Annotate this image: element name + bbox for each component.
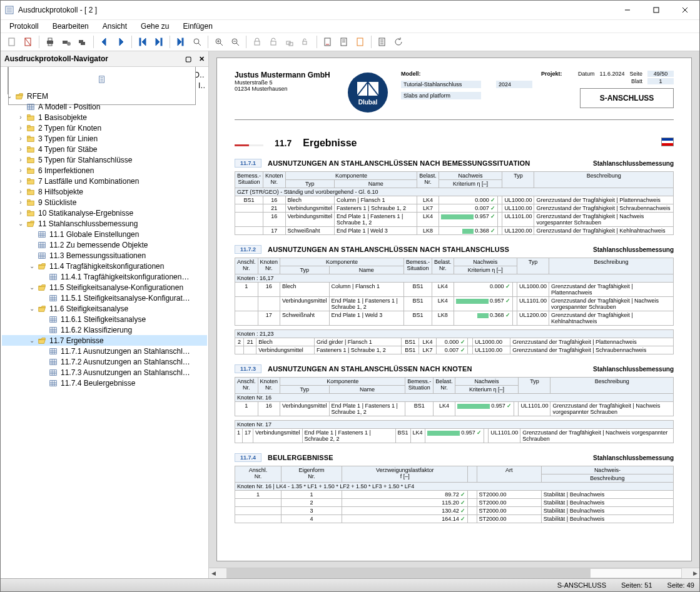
tree-item[interactable]: 11.7.1 Ausnutzungen an Stahlanschl… xyxy=(2,346,207,356)
nav-last-icon[interactable] xyxy=(151,34,166,49)
dlubal-logo-icon: Dlubal xyxy=(346,71,390,114)
tree-item[interactable]: 11.6.1 Steifigkeitsanalyse xyxy=(2,314,207,324)
svg-rect-8 xyxy=(9,38,14,46)
svg-rect-118 xyxy=(50,348,57,354)
tree-item[interactable]: 11.2 Zu bemessende Objekte xyxy=(2,239,207,250)
tree-item[interactable]: ›8 Hilfsobjekte xyxy=(2,186,207,197)
nav-next-icon[interactable] xyxy=(113,34,128,49)
tree-item[interactable]: 11.4.1 Tragfähigkeitskonfigurationen… xyxy=(2,271,207,282)
lock-icon[interactable] xyxy=(250,34,265,49)
svg-rect-83 xyxy=(39,231,46,237)
svg-rect-74 xyxy=(28,168,30,169)
settings-icon[interactable] xyxy=(375,34,390,49)
svg-marker-18 xyxy=(102,38,106,46)
horizontal-scrollbar[interactable]: ◀▶ xyxy=(209,568,699,578)
menu-bearbeiten[interactable]: Bearbeiten xyxy=(49,21,93,31)
tree-item[interactable]: 11.5.1 Steifigkeitsanalyse-Konfigurat… xyxy=(2,293,207,303)
zoom-out-icon[interactable] xyxy=(228,34,243,49)
goto-icon[interactable] xyxy=(173,34,188,49)
tree-item[interactable]: ⌄11 Stahlanschlussbemessung xyxy=(2,218,207,229)
svg-line-10 xyxy=(25,38,31,46)
tree-item[interactable]: ›1 Basisobjekte xyxy=(2,112,207,123)
nav-first-icon[interactable] xyxy=(135,34,150,49)
minimize-button[interactable] xyxy=(613,1,642,19)
svg-point-26 xyxy=(194,39,199,44)
print-icon[interactable] xyxy=(43,34,58,49)
unlock-icon[interactable] xyxy=(266,34,281,49)
svg-rect-82 xyxy=(28,210,30,212)
tree-item[interactable]: ›2 Typen für Knoten xyxy=(2,123,207,133)
svg-rect-72 xyxy=(28,157,30,159)
tree-item[interactable]: ›7 Lastfälle und Kombinationen xyxy=(2,176,207,186)
menubar: Protokoll Bearbeiten Ansicht Gehe zu Ein… xyxy=(1,20,699,33)
find-icon[interactable] xyxy=(190,34,205,49)
svg-rect-70 xyxy=(28,146,30,148)
print-all-icon[interactable] xyxy=(75,34,90,49)
street: Musterstraße 5 xyxy=(235,79,335,86)
tree-item[interactable]: Inhalt xyxy=(2,80,207,91)
svg-rect-80 xyxy=(28,199,30,201)
tree-item[interactable]: ›5 Typen für Stahlanschlüsse xyxy=(2,154,207,165)
brand-box: S-ANSCHLUSS xyxy=(580,88,674,108)
tree-item[interactable]: 11.3 Bemessungssituationen xyxy=(2,250,207,261)
tree-item[interactable]: ⌄11.4 Tragfähigkeitskonfigurationen xyxy=(2,261,207,271)
export-rtf-icon[interactable] xyxy=(337,34,352,49)
city: 01234 Musterhausen xyxy=(235,86,335,92)
nav-close-icon[interactable]: ✕ xyxy=(199,55,205,63)
menu-ansicht[interactable]: Ansicht xyxy=(99,21,131,31)
export-doc-icon[interactable] xyxy=(353,34,368,49)
svg-rect-36 xyxy=(271,41,276,45)
svg-point-15 xyxy=(67,42,71,46)
tree-item[interactable]: ›10 Statikanalyse-Ergebnisse xyxy=(2,208,207,218)
svg-rect-11 xyxy=(47,41,53,44)
delete-icon[interactable] xyxy=(21,34,36,49)
tree-item[interactable]: ⌄11.6 Steifigkeitsanalyse xyxy=(2,303,207,314)
tree-item[interactable]: 11.1 Globale Einstellungen xyxy=(2,229,207,239)
toolbar xyxy=(1,33,699,51)
tree-item[interactable]: 11.7.2 Ausnutzungen an Stahlanschl… xyxy=(2,356,207,367)
svg-rect-25 xyxy=(182,38,183,46)
section-1172: 11.7.2 AUSNUTZUNGEN AN STAHLANSCHLÜSSEN … xyxy=(235,245,674,354)
svg-rect-14 xyxy=(63,41,68,44)
tree-item[interactable]: ⌄11.7 Ergebnisse xyxy=(2,335,207,346)
new-icon[interactable] xyxy=(4,34,19,49)
page-header: Justus Mustermann GmbH Musterstraße 5 01… xyxy=(235,71,674,120)
svg-rect-78 xyxy=(28,189,30,191)
preview-panel: Justus Mustermann GmbH Musterstraße 5 01… xyxy=(209,51,699,578)
svg-rect-88 xyxy=(39,242,46,248)
section-1174: 11.7.4 BEULERGEBNISSE Stahlanschlussbeme… xyxy=(235,453,674,523)
tree-item[interactable]: ›4 Typen für Stäbe xyxy=(2,144,207,154)
svg-rect-45 xyxy=(357,38,363,46)
svg-rect-58 xyxy=(28,104,34,109)
app-icon xyxy=(4,5,14,15)
tree-item[interactable]: ›3 Typen für Linien xyxy=(2,133,207,144)
tree-item[interactable]: ⌄11.5 Steifigkeitsanalyse-Konfiguratione… xyxy=(2,282,207,293)
print-setup-icon[interactable] xyxy=(59,34,74,49)
tree-item[interactable]: ›6 Imperfektionen xyxy=(2,165,207,176)
tree-item[interactable]: 11.7.3 Ausnutzungen an Stahlanschl… xyxy=(2,367,207,378)
pin-icon[interactable]: ▢ xyxy=(185,55,191,63)
company: Justus Mustermann GmbH xyxy=(235,71,335,79)
tree-item[interactable]: ›9 Stückliste xyxy=(2,197,207,208)
menu-einfuegen[interactable]: Einfügen xyxy=(179,21,216,31)
page-scroll[interactable]: Justus Mustermann GmbH Musterstraße 5 01… xyxy=(209,51,699,568)
svg-rect-23 xyxy=(161,38,162,46)
svg-rect-103 xyxy=(50,295,57,301)
titlebar: Ausdruckprotokoll - [ 2 ] xyxy=(1,1,699,20)
tree-item[interactable]: 11.7.4 Beulergebnisse xyxy=(2,378,207,388)
menu-protokoll[interactable]: Protokoll xyxy=(6,21,43,31)
lock-all-icon[interactable] xyxy=(282,34,297,49)
section-1173: 11.7.3 AUSNUTZUNGEN AN STAHLANSCHLÜSSEN … xyxy=(235,364,674,443)
tree-item[interactable]: 11.6.2 Klassifizierung xyxy=(2,324,207,335)
maximize-button[interactable] xyxy=(642,1,671,19)
unlock-all-icon[interactable] xyxy=(298,34,313,49)
zoom-in-icon[interactable] xyxy=(211,34,226,49)
menu-gehe-zu[interactable]: Gehe zu xyxy=(137,21,173,31)
nav-prev-icon[interactable] xyxy=(97,34,112,49)
export-pdf-icon[interactable] xyxy=(320,34,335,49)
refresh-icon[interactable] xyxy=(391,34,406,49)
navigator-tree[interactable]: DeckblattInhalt⌄RFEMA Modell - Position›… xyxy=(1,67,208,578)
status-brand: S-ANSCHLUSS xyxy=(557,581,606,589)
close-button[interactable] xyxy=(671,1,699,19)
svg-rect-5 xyxy=(654,8,659,13)
